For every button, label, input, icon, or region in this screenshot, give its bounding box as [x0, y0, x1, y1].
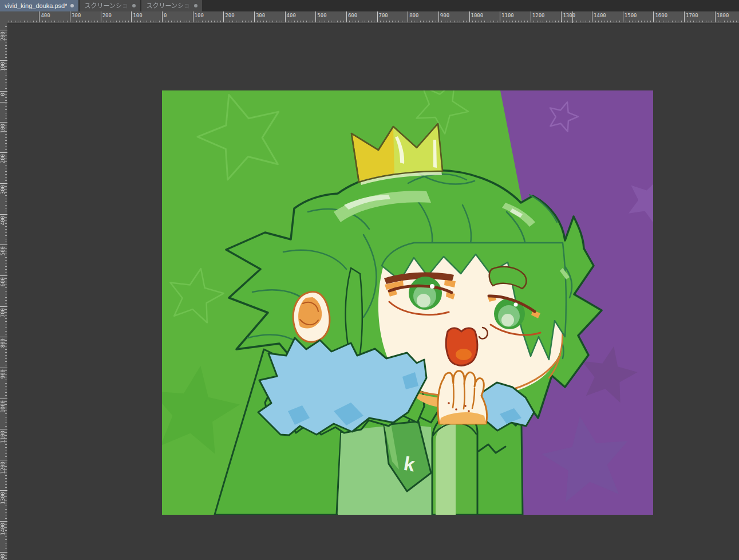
- ruler-minor-tick: [5, 168, 7, 168]
- ruler-minor-tick: [45, 21, 46, 22]
- ruler-minor-tick: [349, 21, 350, 22]
- ruler-minor-tick: [586, 21, 586, 22]
- ruler-minor-tick: [5, 423, 7, 423]
- ruler-minor-tick: [257, 21, 258, 22]
- ruler-minor-tick: [5, 380, 7, 380]
- ruler-minor-tick: [18, 21, 18, 22]
- ruler-minor-tick: [583, 21, 583, 22]
- ruler-minor-tick: [21, 21, 21, 22]
- ruler-minor-tick: [5, 325, 7, 325]
- ruler-major-tick: [346, 11, 347, 22]
- ruler-major-tick: [70, 11, 70, 22]
- ruler-label: 900: [0, 369, 6, 378]
- ruler-minor-tick: [5, 546, 7, 546]
- ruler-label: 1300: [0, 492, 6, 504]
- ruler-minor-tick: [353, 21, 353, 22]
- ruler-minor-tick: [104, 21, 104, 22]
- ruler-minor-tick: [110, 21, 110, 22]
- ruler-minor-tick: [574, 21, 574, 22]
- ruler-minor-tick: [374, 21, 374, 22]
- ruler-minor-tick: [493, 21, 494, 22]
- ruler-major-tick: [0, 429, 7, 429]
- horizontal-ruler[interactable]: 4003002001000100200300400500600700800900…: [7, 11, 739, 23]
- ruler-label: 0: [0, 93, 6, 96]
- ruler-minor-tick: [681, 21, 682, 22]
- tab-vivid-king-douka[interactable]: vivid_king_douka.psd*: [0, 0, 78, 11]
- ruler-minor-tick: [555, 21, 556, 22]
- ruler-label: 1100: [0, 431, 6, 443]
- ruler-minor-tick: [638, 21, 639, 22]
- ruler-minor-tick: [270, 21, 270, 22]
- ruler-minor-tick: [515, 21, 516, 22]
- ruler-minor-tick: [733, 21, 734, 22]
- eye-highlight: [430, 284, 434, 289]
- ruler-label: 700: [379, 13, 388, 18]
- ruler-minor-tick: [5, 202, 7, 202]
- ruler-major-tick: [561, 11, 562, 22]
- ruler-minor-tick: [479, 21, 479, 22]
- ruler-minor-tick: [113, 21, 113, 22]
- ruler-minor-tick: [64, 21, 64, 22]
- ruler-minor-tick: [678, 21, 678, 22]
- ruler-label: 100: [0, 124, 6, 133]
- canvas-artwork[interactable]: k: [162, 90, 653, 515]
- ruler-minor-tick: [36, 21, 37, 22]
- ruler-minor-tick: [429, 21, 430, 22]
- ruler-minor-tick: [450, 21, 451, 22]
- ruler-minor-tick: [187, 21, 187, 22]
- ruler-minor-tick: [144, 21, 144, 22]
- ruler-minor-tick: [310, 21, 310, 22]
- ruler-minor-tick: [666, 21, 666, 22]
- ruler-label: 1500: [625, 13, 637, 18]
- ruler-minor-tick: [509, 21, 509, 22]
- document-tab-bar: vivid_king_douka.psd* スクリーンショット 2 スクリーンシ…: [0, 0, 739, 11]
- ruler-minor-tick: [607, 21, 608, 22]
- ruler-minor-tick: [5, 512, 7, 512]
- ruler-label: 1400: [0, 523, 6, 535]
- tab-screenshot-1[interactable]: スクリーンショット 2: [80, 0, 140, 11]
- tab-screenshot-2[interactable]: スクリーンショット 2: [141, 0, 202, 11]
- ruler-minor-tick: [33, 21, 34, 22]
- ruler-minor-tick: [5, 45, 7, 46]
- ruler-label: 800: [409, 13, 418, 18]
- ruler-minor-tick: [297, 21, 298, 22]
- ruler-minor-tick: [5, 266, 7, 267]
- ruler-minor-tick: [5, 361, 7, 362]
- ruler-major-tick: [0, 214, 7, 215]
- ruler-minor-tick: [5, 303, 7, 303]
- ruler-minor-tick: [5, 42, 7, 42]
- ruler-minor-tick: [727, 21, 728, 22]
- ruler-major-tick: [0, 60, 7, 61]
- ruler-minor-tick: [402, 21, 402, 22]
- ruler-minor-tick: [5, 242, 7, 242]
- ruler-minor-tick: [331, 21, 331, 22]
- ruler-minor-tick: [282, 21, 282, 22]
- ruler-minor-tick: [365, 21, 365, 22]
- ruler-major-tick: [0, 152, 7, 153]
- ruler-label: 1100: [501, 13, 514, 18]
- ruler-major-tick: [592, 11, 592, 22]
- ruler-major-tick: [377, 11, 378, 22]
- ruler-minor-tick: [601, 21, 602, 22]
- ruler-minor-tick: [5, 195, 7, 196]
- ruler-minor-tick: [690, 21, 691, 22]
- ruler-minor-tick: [135, 21, 135, 22]
- ruler-minor-tick: [355, 21, 356, 22]
- ruler-minor-tick: [5, 113, 7, 113]
- ruler-minor-tick: [9, 21, 9, 22]
- ruler-minor-tick: [736, 21, 737, 22]
- ruler-minor-tick: [67, 21, 68, 22]
- ruler-minor-tick: [340, 21, 341, 22]
- ruler-minor-tick: [61, 21, 61, 22]
- ruler-minor-tick: [5, 119, 7, 119]
- ruler-minor-tick: [5, 177, 7, 178]
- ruler-label: 500: [0, 246, 6, 255]
- tab-label: スクリーンショット 2: [146, 0, 191, 11]
- modified-dot-icon: [194, 4, 197, 7]
- ruler-minor-tick: [266, 21, 267, 22]
- ruler-major-tick: [285, 11, 286, 22]
- vertical-ruler[interactable]: 2001000100200300400500600700800900100011…: [0, 23, 8, 560]
- ruler-major-tick: [623, 11, 623, 22]
- ruler-minor-tick: [242, 21, 243, 22]
- ruler-minor-tick: [92, 21, 92, 22]
